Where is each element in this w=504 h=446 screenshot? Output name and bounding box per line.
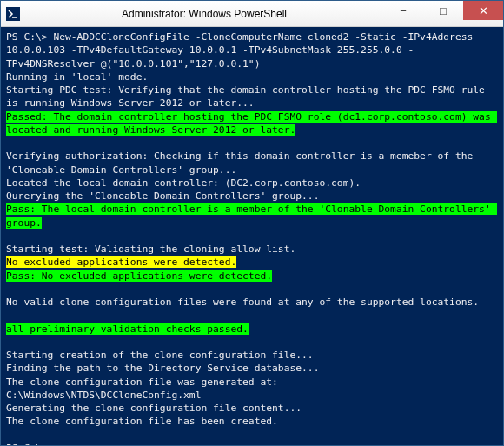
terminal-line: No excluded applications were detected.	[6, 256, 498, 269]
powershell-icon	[6, 7, 20, 21]
pass-highlight: Pass: The local domain controller is a m…	[6, 203, 497, 228]
titlebar[interactable]: Administrator: Windows PowerShell − □ ✕	[1, 1, 503, 27]
terminal-line: Finding the path to the Directory Servic…	[6, 362, 498, 375]
terminal-line: Passed: The domain controller hosting th…	[6, 110, 498, 137]
terminal-line: Generating the clone configuration file …	[6, 402, 498, 415]
warn-highlight: No excluded applications were detected.	[6, 256, 236, 268]
pass-highlight: Pass: No excluded applications were dete…	[6, 270, 272, 282]
terminal-line: PS C:\> New-ADDCCloneConfigFile -CloneCo…	[6, 30, 498, 70]
terminal-line: Pass: The local domain controller is a m…	[6, 203, 498, 230]
minimize-button[interactable]: −	[383, 1, 423, 20]
terminal-line: Running in 'local' mode.	[6, 70, 498, 83]
pass-highlight: all preliminary validation checks passed…	[6, 323, 249, 335]
terminal-line: Pass: No excluded applications were dete…	[6, 270, 498, 283]
terminal-line: Verifying authorization: Checking if thi…	[6, 150, 498, 176]
terminal-line: all preliminary validation checks passed…	[6, 323, 498, 336]
terminal-line: Located the local domain controller: (DC…	[6, 176, 498, 190]
pass-highlight: Passed: The domain controller hosting th…	[6, 111, 497, 136]
terminal-line: C:\Windows\NTDS\DCCloneConfig.xml	[6, 389, 498, 402]
terminal-line: Starting creation of the clone configura…	[6, 349, 498, 362]
terminal-blank-line	[6, 336, 498, 349]
terminal-blank-line	[6, 309, 498, 322]
terminal-line: Starting PDC test: Verifying that the do…	[6, 83, 498, 110]
window-title: Administrator: Windows PowerShell	[25, 8, 383, 20]
close-icon: ✕	[479, 4, 488, 17]
maximize-button[interactable]: □	[423, 1, 463, 20]
terminal-line: Qurerying the 'Cloneable Domain Controll…	[6, 190, 498, 203]
terminal-blank-line	[6, 429, 498, 442]
window-controls: − □ ✕	[383, 1, 503, 26]
minimize-icon: −	[400, 4, 407, 17]
terminal-output[interactable]: PS C:\> New-ADDCCloneConfigFile -CloneCo…	[1, 27, 503, 445]
terminal-line: No valid clone configuration files were …	[6, 296, 498, 309]
terminal-line: The clone configuration file was generat…	[6, 376, 498, 389]
terminal-blank-line	[6, 283, 498, 296]
powershell-window: Administrator: Windows PowerShell − □ ✕ …	[0, 0, 504, 446]
close-button[interactable]: ✕	[463, 1, 503, 20]
terminal-line: The clone configuration file has been cr…	[6, 415, 498, 428]
terminal-blank-line	[6, 230, 498, 243]
terminal-line: PS C:\>	[6, 442, 498, 445]
terminal-blank-line	[6, 136, 498, 150]
maximize-icon: □	[440, 4, 447, 17]
terminal-line: Starting test: Validating the cloning al…	[6, 243, 498, 256]
